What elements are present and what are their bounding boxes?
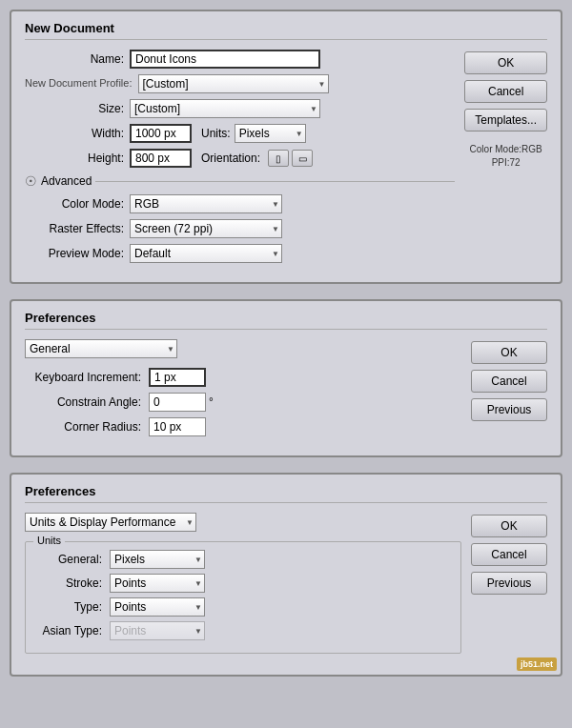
units-asian-select-wrapper: Points [110, 621, 205, 640]
units-group-title: Units [33, 535, 65, 546]
width-row: Width: Units: Pixels [25, 124, 455, 143]
name-row: Name: [25, 50, 455, 69]
cancel-button[interactable]: Cancel [464, 80, 547, 103]
general-group-select-wrapper[interactable]: General [25, 339, 177, 358]
units-group-select-wrapper[interactable]: Units & Display Performance [25, 513, 196, 532]
units-general-select-wrapper[interactable]: Pixels [110, 550, 205, 569]
units-stroke-row: Stroke: Points [33, 574, 453, 593]
pref-units-ok-button[interactable]: OK [471, 515, 547, 537]
preferences-units-dialog: Preferences Units & Display Performance … [10, 473, 562, 677]
units-group-selector: Units & Display Performance [25, 513, 461, 532]
pref-general-cancel-button[interactable]: Cancel [471, 370, 547, 393]
units-asian-label: Asian Type: [33, 624, 110, 637]
new-document-title: New Document [25, 21, 547, 40]
landscape-button[interactable]: ▭ [292, 150, 313, 167]
units-general-label: General: [33, 553, 110, 566]
new-document-dialog: New Document Name: New Document Profile:… [10, 10, 562, 284]
raster-label: Raster Effects: [25, 222, 130, 235]
color-mode-info: Color Mode:RGBPPI:72 [464, 143, 547, 170]
units-type-label: Type: [33, 600, 110, 614]
units-group-select[interactable]: Units & Display Performance [25, 513, 196, 532]
preferences-general-title: Preferences [25, 311, 547, 330]
units-label-inline: Units: [201, 127, 231, 140]
width-input[interactable] [130, 124, 192, 143]
size-row: Size: [Custom] [25, 99, 455, 118]
general-group: General [25, 339, 461, 358]
ok-button[interactable]: OK [464, 51, 547, 74]
color-info: Color Mode:RGBPPI:72 [464, 143, 547, 170]
advanced-divider [95, 181, 455, 182]
size-select[interactable]: [Custom] [130, 99, 320, 118]
width-label: Width: [25, 127, 130, 140]
orientation-label: Orientation: [201, 152, 260, 165]
preferences-general-buttons: OK Cancel Previous [471, 339, 547, 442]
units-select[interactable]: Pixels [235, 124, 306, 143]
height-row: Height: Orientation: ▯ ▭ [25, 149, 455, 168]
general-group-select[interactable]: General [25, 339, 177, 358]
color-mode-select[interactable]: RGB [130, 194, 282, 213]
keyboard-input[interactable] [149, 368, 206, 387]
new-document-buttons: OK Cancel Templates... Color Mode:RGBPPI… [464, 50, 547, 269]
advanced-label: Advanced [41, 174, 92, 188]
keyboard-row: Keyboard Increment: [25, 368, 461, 387]
corner-label: Corner Radius: [25, 420, 149, 434]
pref-units-previous-button[interactable]: Previous [471, 572, 547, 595]
size-label: Size: [25, 102, 130, 115]
corner-row: Corner Radius: [25, 417, 461, 436]
units-type-row: Type: Points [33, 597, 453, 617]
templates-button[interactable]: Templates... [464, 109, 547, 131]
preferences-units-title: Preferences [25, 484, 547, 503]
preview-row: Preview Mode: Default [25, 244, 455, 263]
pref-general-ok-button[interactable]: OK [471, 341, 547, 364]
profile-row: New Document Profile: [Custom] [25, 74, 455, 93]
preview-select-wrapper[interactable]: Default [130, 244, 282, 263]
size-select-wrapper[interactable]: [Custom] [130, 99, 320, 118]
units-type-select[interactable]: Points [110, 597, 205, 617]
units-general-row: General: Pixels [33, 550, 453, 569]
name-input[interactable] [130, 50, 320, 69]
profile-label: New Document Profile: [25, 77, 138, 89]
units-general-select[interactable]: Pixels [110, 550, 205, 569]
raster-select-wrapper[interactable]: Screen (72 ppi) [130, 219, 282, 238]
degree-symbol: ° [209, 395, 214, 409]
profile-select[interactable]: [Custom] [138, 74, 329, 93]
constrain-label: Constrain Angle: [25, 395, 149, 409]
units-stroke-label: Stroke: [33, 576, 110, 590]
profile-select-wrapper[interactable]: [Custom] [138, 74, 329, 93]
color-mode-select-wrapper[interactable]: RGB [130, 194, 282, 213]
watermark: jb51.net [517, 657, 557, 671]
advanced-arrow-icon: ☉ [25, 173, 37, 189]
units-stroke-select[interactable]: Points [110, 574, 205, 593]
preferences-units-form: Units & Display Performance Units Genera… [25, 513, 461, 661]
constrain-row: Constrain Angle: ° [25, 393, 461, 412]
keyboard-label: Keyboard Increment: [25, 371, 149, 384]
orientation-buttons: ▯ ▭ [268, 150, 313, 167]
corner-input[interactable] [149, 417, 206, 436]
units-asian-row: Asian Type: Points [33, 621, 453, 640]
portrait-button[interactable]: ▯ [268, 150, 289, 167]
raster-row: Raster Effects: Screen (72 ppi) [25, 219, 455, 238]
units-group-box: Units General: Pixels Stroke: Poi [25, 541, 461, 654]
height-input[interactable] [130, 149, 192, 168]
preview-select[interactable]: Default [130, 244, 282, 263]
raster-select[interactable]: Screen (72 ppi) [130, 219, 282, 238]
color-mode-label: Color Mode: [25, 197, 130, 211]
preferences-units-buttons: OK Cancel Previous [471, 513, 547, 661]
pref-units-cancel-button[interactable]: Cancel [471, 543, 547, 566]
advanced-toggle[interactable]: ☉ Advanced [25, 173, 455, 189]
new-document-form: Name: New Document Profile: [Custom] Siz… [25, 50, 455, 269]
pref-general-previous-button[interactable]: Previous [471, 398, 547, 421]
units-select-wrapper[interactable]: Pixels [235, 124, 306, 143]
preview-label: Preview Mode: [25, 247, 130, 260]
preferences-general-dialog: Preferences General Keyboard Increment: … [10, 299, 562, 457]
name-label: Name: [25, 52, 130, 66]
color-mode-row: Color Mode: RGB [25, 194, 455, 213]
constrain-input[interactable] [149, 393, 206, 412]
units-asian-select: Points [110, 621, 205, 640]
height-label: Height: [25, 152, 130, 165]
units-type-select-wrapper[interactable]: Points [110, 597, 205, 617]
units-stroke-select-wrapper[interactable]: Points [110, 574, 205, 593]
preferences-general-form: General Keyboard Increment: Constrain An… [25, 339, 461, 442]
